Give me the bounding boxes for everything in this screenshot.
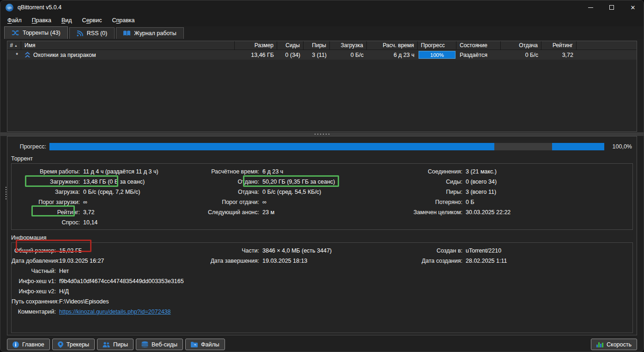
value-completed-on: 19.03.2025 18:13 xyxy=(262,258,307,264)
comment-link[interactable]: https://kinozal.guru/details.php?id=2072… xyxy=(59,309,171,315)
value-save-path: F:\Videos\Episodes xyxy=(59,298,109,305)
maximize-button[interactable] xyxy=(601,0,622,14)
label-last-seen: Замечен целиком: xyxy=(410,209,462,216)
value-down-limit: ∞ xyxy=(83,199,87,205)
value-up-speed: 0 Б/с (сред. 54,5 КБ/с) xyxy=(262,189,321,195)
tab-general[interactable]: Главное xyxy=(7,339,50,350)
value-popularity: 10,14 xyxy=(83,219,97,226)
pieces-progress-bar xyxy=(49,143,604,150)
col-header-eta[interactable]: Расч. время xyxy=(367,41,418,49)
menu-bar: Файл Правка Вид Сервис Справка xyxy=(0,14,644,26)
label-share-ratio: Рейтинг: xyxy=(12,209,80,216)
horizontal-splitter[interactable] xyxy=(0,132,644,136)
details-tab-bar: Главное Трекеры Пиры Веб-сиды Файлы Скор… xyxy=(0,335,644,350)
torrent-details-panel: Прогресс: 100,0% Торрент Время работы:11… xyxy=(7,136,637,335)
col-header-name[interactable]: Имя xyxy=(21,41,235,49)
label-created-on: Дата создания: xyxy=(410,258,462,264)
window-title: qBittorrent v5.0.4 xyxy=(18,4,61,11)
col-header-peers[interactable]: Пиры xyxy=(304,41,330,49)
col-header-downspeed[interactable]: Загрузка xyxy=(330,41,367,49)
label-eta: Расчётное время: xyxy=(202,168,259,175)
label-completed-on: Дата завершения: xyxy=(202,258,259,264)
qbittorrent-window: qb qBittorrent v5.0.4 ✕ Файл Правка Вид … xyxy=(0,0,644,352)
label-downloaded: Загружено: xyxy=(12,179,80,185)
tab-peers[interactable]: Пиры xyxy=(97,339,134,350)
label-uploaded: Отдано: xyxy=(202,179,259,185)
peers-icon xyxy=(103,342,110,347)
label-added-on: Дата добавления: xyxy=(12,258,56,264)
torrent-peers: 3 (11) xyxy=(304,52,330,58)
speed-chart-icon xyxy=(596,341,603,347)
value-created-on: 28.02.2025 1:11 xyxy=(466,258,507,264)
value-down-speed: 0 Б/с (сред. 7,2 МБ/с) xyxy=(83,189,140,195)
torrent-row[interactable]: * Охотники за призраком 13,46 ГБ 0 (34) … xyxy=(7,50,637,60)
tab-speed[interactable]: Скорость xyxy=(591,339,637,350)
label-comment: Комментарий: xyxy=(12,309,56,315)
col-header-seeds[interactable]: Сиды xyxy=(277,41,304,49)
label-seeds: Сиды: xyxy=(410,179,462,185)
col-header-progress[interactable]: Прогресс xyxy=(418,41,456,49)
vertical-splitter[interactable] xyxy=(5,187,7,199)
label-created-by: Создан в: xyxy=(410,247,462,254)
label-peers: Пиры: xyxy=(410,189,462,195)
value-infohash-v1: f9b4d0a10df4674cc4474835449dd003353e3165 xyxy=(59,278,184,284)
col-header-number[interactable]: #▲ xyxy=(7,41,21,49)
menu-view[interactable]: Вид xyxy=(56,16,77,25)
sort-asc-icon: ▲ xyxy=(14,44,18,47)
col-header-ratio[interactable]: Рейтинг xyxy=(541,41,577,49)
value-reannounce: 23 м xyxy=(262,209,274,216)
progress-segment xyxy=(494,143,552,150)
label-up-limit: Порог отдачи: xyxy=(202,199,259,205)
tab-trackers[interactable]: Трекеры xyxy=(52,339,95,350)
tab-log-label: Журнал работы xyxy=(134,30,176,37)
label-down-speed: Загрузка: xyxy=(12,189,80,195)
torrent-eta: 6 д 23 ч xyxy=(367,52,418,58)
rss-icon xyxy=(77,31,83,37)
close-button[interactable]: ✕ xyxy=(622,0,644,14)
minimize-button[interactable] xyxy=(580,0,601,14)
label-infohash-v2: Инфо-хеш v2: xyxy=(12,288,56,295)
label-total-size: Общий размер: xyxy=(12,247,56,254)
value-peers: 3 (всего 11) xyxy=(466,189,496,195)
menu-file[interactable]: Файл xyxy=(2,16,27,25)
info-group-title: Информация xyxy=(11,235,637,241)
book-icon xyxy=(123,31,130,36)
value-infohash-v2: Н/Д xyxy=(59,288,69,295)
menu-tools[interactable]: Сервис xyxy=(77,16,107,25)
col-header-upspeed[interactable]: Отдача xyxy=(501,41,541,49)
value-downloaded: 13,48 ГБ (0 Б за сеанс) xyxy=(83,179,145,185)
tab-rss[interactable]: RSS (0) xyxy=(69,27,115,39)
value-time-active: 11 д 4 ч (раздаётся 11 д 3 ч) xyxy=(83,168,158,175)
qbittorrent-logo-icon: qb xyxy=(6,4,13,12)
label-up-speed: Отдача: xyxy=(202,189,259,195)
label-popularity: Спрос: xyxy=(12,219,80,226)
tab-torrents-label: Торренты (43) xyxy=(23,30,61,36)
torrent-progress-bar: 100% xyxy=(419,51,456,59)
tab-general-label: Главное xyxy=(22,341,44,348)
value-added-on: 19.03.2025 16:27 xyxy=(59,258,104,264)
webseeds-icon xyxy=(141,341,148,347)
col-header-status[interactable]: Состояние xyxy=(456,41,501,49)
tab-files[interactable]: Файлы xyxy=(185,339,225,350)
transfer-list-header: #▲ Имя Размер Сиды Пиры Загрузка Расч. в… xyxy=(7,41,637,50)
torrent-group-title: Торрент xyxy=(11,155,637,162)
progress-percent: 100,0% xyxy=(608,143,632,150)
map-pin-icon xyxy=(58,341,63,348)
torrent-number: * xyxy=(7,52,21,58)
torrent-name: Охотники за призраком xyxy=(33,52,96,58)
tab-speed-label: Скорость xyxy=(607,341,632,348)
label-pieces: Части: xyxy=(202,247,259,254)
tab-webseeds[interactable]: Веб-сиды xyxy=(136,339,183,350)
tab-execution-log[interactable]: Журнал работы xyxy=(116,27,184,39)
torrent-downspeed: 0 Б/с xyxy=(330,52,367,58)
torrent-status: Раздаётся xyxy=(456,52,501,58)
torrent-ratio: 3,72 xyxy=(541,52,577,58)
col-header-size[interactable]: Размер xyxy=(235,41,277,49)
label-infohash-v1: Инфо-хеш v1: xyxy=(12,278,56,284)
value-connections: 3 (21 макс.) xyxy=(466,168,497,175)
menu-help[interactable]: Справка xyxy=(107,16,140,25)
torrent-seeds: 0 (34) xyxy=(277,52,304,58)
menu-edit[interactable]: Правка xyxy=(27,16,56,25)
tab-torrents[interactable]: Торренты (43) xyxy=(4,26,68,39)
value-pieces: 3846 × 4,0 МБ (есть 3447) xyxy=(262,247,332,254)
